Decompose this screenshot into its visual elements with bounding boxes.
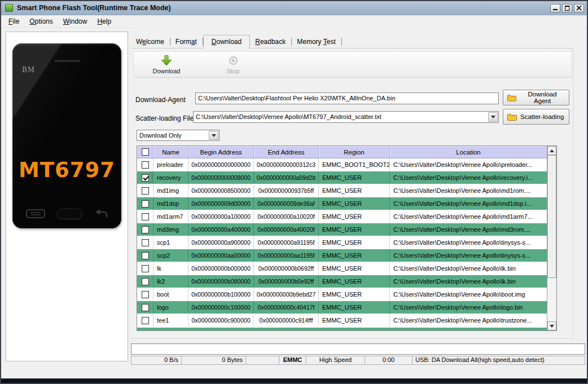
cell-checkbox	[137, 171, 153, 184]
cell-begin-address: 0x000000000a100000	[188, 210, 254, 223]
maximize-icon	[565, 6, 570, 11]
tab[interactable]: Format	[170, 36, 203, 48]
row-checkbox[interactable]	[142, 161, 149, 169]
tab[interactable]: Readback	[250, 36, 292, 48]
download-button[interactable]: Download	[142, 55, 191, 74]
table-row[interactable]: boot 0x000000000b100000 0x000000000b9ebd…	[137, 288, 547, 301]
row-checkbox[interactable]	[142, 200, 149, 208]
cell-checkbox	[137, 249, 153, 262]
row-checkbox[interactable]	[142, 291, 149, 298]
stop-button[interactable]: Stop	[208, 55, 258, 74]
status-cell: EMMC	[279, 356, 306, 365]
column-header[interactable]: End Address	[254, 146, 319, 158]
scroll-up-button[interactable]	[547, 146, 556, 155]
folder-icon	[507, 94, 516, 101]
select-all-checkbox[interactable]	[142, 148, 149, 156]
table-row[interactable]: preloader 0x0000000000000000 0x000000000…	[137, 158, 547, 171]
download-agent-input[interactable]: C:\Users\Valter\Desktop\Flashtool Per He…	[195, 92, 499, 104]
cell-name: lk2	[153, 275, 188, 288]
row-checkbox[interactable]	[142, 174, 149, 182]
row-checkbox[interactable]	[142, 239, 149, 246]
phone-nav-buttons	[12, 207, 121, 220]
cell-name: md1dsp	[153, 197, 188, 210]
table-row[interactable]: lk 0x000000000b000000 0x000000000b0692ff…	[137, 262, 547, 275]
cell-region: EMMC_BOOT1_BOOT2	[319, 158, 390, 171]
cell-location: C:\Users\Valter\Desktop\Vernee Apollo\pr…	[390, 158, 547, 171]
progress-bar	[131, 343, 585, 355]
close-button[interactable]	[574, 4, 584, 12]
cell-begin-address: 0x000000000a900000	[188, 236, 254, 249]
scatter-file-combobox[interactable]: C:\Users\Valter\Desktop\Vernee Apollo\MT…	[193, 111, 499, 123]
row-checkbox[interactable]	[142, 252, 149, 259]
tab[interactable]: Memory Test	[292, 36, 341, 48]
menu-item[interactable]: Help	[92, 16, 116, 27]
stop-button-label: Stop	[227, 68, 240, 74]
cell-end-address: 0x0000000009de36af	[254, 197, 319, 210]
cell-begin-address: 0x000000000b100000	[188, 288, 254, 301]
column-header[interactable]: Begin Address	[188, 146, 254, 158]
scatter-loading-button[interactable]: Scatter-loading	[503, 109, 569, 125]
phone-brand-label: BM	[22, 66, 35, 74]
cell-name: recovery	[153, 171, 188, 184]
row-checkbox[interactable]	[142, 317, 149, 324]
row-checkbox[interactable]	[142, 226, 149, 233]
menu-item[interactable]: Window	[58, 16, 93, 27]
phone-image: BM MT6797	[12, 43, 121, 228]
maximize-button[interactable]	[562, 4, 572, 12]
folder-icon	[507, 113, 517, 121]
cell-location: C:\Users\Valter\Desktop\Vernee Apollo\lk…	[390, 262, 547, 275]
cell-checkbox	[137, 184, 153, 197]
cell-checkbox	[137, 236, 153, 249]
column-header[interactable]: Region	[319, 146, 390, 158]
table-row[interactable]: md1dsp 0x0000000009d00000 0x0000000009de…	[137, 197, 547, 210]
table-row[interactable]: recovery 0x0000000000008000 0x0000000000…	[137, 171, 547, 184]
scatter-dropdown-arrow[interactable]	[488, 112, 498, 122]
row-checkbox[interactable]	[142, 187, 149, 195]
cell-end-address: 0x000000000a91195f	[254, 236, 319, 249]
table-row[interactable]: scp1 0x000000000a900000 0x000000000a9119…	[137, 236, 547, 249]
download-arrow-icon	[161, 55, 172, 66]
cell-checkbox	[137, 314, 153, 326]
vertical-scrollbar[interactable]	[547, 146, 556, 330]
download-mode-value: Download Only	[139, 132, 182, 139]
mode-dropdown-arrow[interactable]	[209, 131, 218, 140]
table-row[interactable]: tee1 0x000000000c900000 0x000000000c914f…	[137, 314, 547, 327]
row-checkbox[interactable]	[142, 265, 149, 272]
minimize-button[interactable]	[550, 4, 560, 12]
cell-region: EMMC_USER	[319, 171, 390, 184]
partial-next-row	[137, 327, 547, 330]
cell-end-address: 0x000000000c914fff	[254, 314, 319, 326]
column-header[interactable]: Location	[390, 146, 547, 158]
scroll-down-button[interactable]	[547, 321, 556, 330]
table-row[interactable]: md3img 0x000000000a400000 0x000000000a40…	[137, 223, 547, 236]
phone-chipset-label: MT6797	[12, 158, 121, 182]
menu-item[interactable]: Options	[24, 16, 58, 27]
scrollbar-thumb[interactable]	[547, 155, 556, 278]
status-cell: 0:00	[365, 356, 413, 365]
table-row[interactable]: logo 0x000000000c100000 0x000000000c4041…	[137, 301, 547, 314]
cell-begin-address: 0x0000000009d00000	[188, 197, 254, 210]
row-checkbox[interactable]	[142, 213, 149, 220]
window-controls	[550, 4, 587, 12]
column-header[interactable]: Name	[153, 146, 188, 158]
cell-end-address: 0x0000000000a09d2b	[254, 171, 319, 184]
tab[interactable]: Welcome	[131, 36, 170, 48]
cell-end-address: 0x00000000000312c3	[254, 158, 319, 171]
cell-checkbox	[137, 197, 153, 210]
row-checkbox[interactable]	[142, 304, 149, 311]
row-checkbox[interactable]	[142, 278, 149, 285]
table-row[interactable]: md1img 0x0000000008500000 0x000000000937…	[137, 184, 547, 197]
cell-end-address: 0x000000000aa1195f	[254, 249, 319, 262]
download-agent-button[interactable]: Download Agent	[503, 90, 569, 105]
table-row[interactable]: md1arm7 0x000000000a100000 0x000000000a1…	[137, 210, 547, 223]
table-row[interactable]: scp2 0x000000000aa00000 0x000000000aa119…	[137, 249, 547, 262]
tab[interactable]: Download	[203, 35, 250, 48]
download-mode-select[interactable]: Download Only	[137, 130, 220, 141]
menu-item[interactable]: File	[3, 16, 24, 27]
table-row[interactable]: lk2 0x000000000b080000 0x000000000b0e92f…	[137, 275, 547, 288]
cell-region: EMMC_USER	[319, 197, 390, 210]
cell-name: boot	[153, 288, 188, 301]
cell-region: EMMC_USER	[319, 210, 390, 223]
cell-location: C:\Users\Valter\Desktop\Vernee Apollo\md…	[390, 223, 547, 236]
cell-location: C:\Users\Valter\Desktop\Vernee Apollo\md…	[390, 197, 547, 210]
